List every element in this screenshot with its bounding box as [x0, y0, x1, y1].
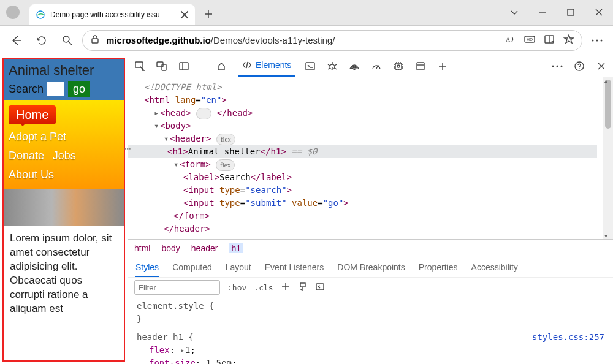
- tab-accessibility[interactable]: Accessibility: [471, 262, 518, 272]
- nav-donate[interactable]: Donate: [9, 150, 44, 162]
- hd-icon[interactable]: HD: [524, 34, 535, 47]
- line-menu-icon[interactable]: ⋯: [124, 140, 131, 156]
- svg-point-25: [579, 68, 579, 69]
- styles-pane[interactable]: element.style { } header h1 {styles.css:…: [128, 297, 613, 364]
- svg-point-8: [592, 39, 594, 41]
- lock-icon: [90, 34, 100, 46]
- tab-styles[interactable]: Styles: [135, 262, 159, 277]
- browser-tab[interactable]: Demo page with accessibility issu: [29, 4, 195, 25]
- tab-dom-breakpoints[interactable]: DOM Breakpoints: [337, 262, 405, 272]
- svg-rect-26: [300, 283, 305, 287]
- svg-rect-3: [92, 39, 98, 43]
- svg-point-23: [561, 65, 563, 67]
- svg-rect-1: [568, 9, 574, 15]
- svg-rect-11: [135, 62, 143, 67]
- tab-properties[interactable]: Properties: [419, 262, 458, 272]
- svg-rect-13: [162, 64, 166, 70]
- refresh-button[interactable]: [31, 29, 53, 51]
- search-label: Search: [9, 83, 44, 96]
- nav-about[interactable]: About Us: [9, 169, 54, 181]
- search-button[interactable]: [56, 29, 78, 51]
- close-tab-icon[interactable]: [180, 10, 189, 19]
- address-bar[interactable]: microsoftedge.github.io/Demos/devtools-a…: [82, 30, 582, 51]
- read-aloud-icon[interactable]: A: [504, 34, 516, 47]
- new-tab-button[interactable]: [199, 4, 218, 24]
- styles-filter-input[interactable]: [134, 280, 220, 295]
- chevron-down-icon[interactable]: [500, 0, 528, 25]
- cls-toggle[interactable]: .cls: [254, 283, 273, 292]
- svg-rect-20: [417, 63, 424, 70]
- close-devtools-icon[interactable]: [595, 59, 608, 73]
- svg-point-9: [596, 39, 598, 41]
- svg-text:HD: HD: [527, 37, 533, 42]
- plus-icon[interactable]: [436, 59, 449, 73]
- svg-point-10: [601, 39, 603, 41]
- svg-point-19: [397, 65, 400, 67]
- tab-event-listeners[interactable]: Event Listeners: [265, 262, 324, 272]
- performance-icon[interactable]: [370, 59, 383, 73]
- svg-point-2: [63, 36, 69, 42]
- selected-dom-node[interactable]: <h1>Animal shelter</h1> == $0: [128, 145, 597, 158]
- svg-point-17: [354, 69, 355, 70]
- favorite-icon[interactable]: [563, 34, 574, 47]
- source-link[interactable]: styles.css:257: [532, 331, 604, 344]
- nav-adopt[interactable]: Adopt a Pet: [9, 131, 66, 143]
- url-text: microsoftedge.github.io/Demos/devtools-a…: [106, 35, 335, 45]
- svg-rect-14: [180, 63, 188, 70]
- page-preview: Animal shelter Search go Home Adopt a Pe…: [2, 58, 125, 362]
- welcome-tab[interactable]: [213, 55, 230, 77]
- memory-icon[interactable]: [392, 59, 405, 73]
- search-input[interactable]: [47, 82, 64, 96]
- svg-point-24: [575, 62, 584, 70]
- inspect-icon[interactable]: [133, 59, 147, 73]
- tab-layout[interactable]: Layout: [226, 262, 251, 272]
- minimize-button[interactable]: [528, 0, 557, 25]
- dom-tree[interactable]: ⋯ <!DOCTYPE html> <html lang="en"> ▸<hea…: [128, 77, 603, 239]
- go-button[interactable]: go: [68, 81, 90, 97]
- tab-computed[interactable]: Computed: [172, 262, 212, 272]
- menu-button[interactable]: [586, 29, 608, 51]
- body-text: Lorem ipsum dolor, sit amet consectetur …: [4, 226, 124, 322]
- help-icon[interactable]: [573, 59, 586, 73]
- nav-jobs[interactable]: Jobs: [53, 150, 76, 162]
- reader-icon[interactable]: [544, 34, 555, 47]
- close-window-button[interactable]: [585, 0, 613, 25]
- application-icon[interactable]: [414, 59, 427, 73]
- more-icon[interactable]: [550, 59, 564, 73]
- hero-image: [4, 189, 124, 226]
- hov-toggle[interactable]: :hov: [227, 283, 246, 292]
- brush-icon[interactable]: [298, 282, 308, 294]
- breadcrumb[interactable]: html body header h1: [128, 239, 613, 257]
- device-icon[interactable]: [155, 59, 169, 73]
- elements-tab[interactable]: Elements: [238, 55, 295, 77]
- tab-title: Demo page with accessibility issu: [50, 10, 175, 19]
- dom-scrollbar[interactable]: ▴▾: [603, 77, 613, 239]
- network-icon[interactable]: [348, 59, 361, 73]
- new-rule-icon[interactable]: [281, 282, 291, 294]
- profile-button[interactable]: [0, 0, 26, 25]
- crumb-header[interactable]: header: [191, 243, 218, 253]
- back-button[interactable]: [5, 29, 27, 51]
- crumb-html[interactable]: html: [134, 243, 150, 253]
- svg-point-22: [557, 65, 558, 67]
- page-title: Animal shelter: [9, 63, 119, 78]
- bug-icon[interactable]: [326, 59, 339, 73]
- nav-home[interactable]: Home: [9, 105, 56, 124]
- maximize-button[interactable]: [557, 0, 585, 25]
- panel-icon[interactable]: [177, 59, 191, 73]
- crumb-h1[interactable]: h1: [229, 243, 243, 253]
- svg-text:A: A: [506, 36, 511, 43]
- edge-icon: [36, 10, 45, 20]
- svg-point-21: [552, 65, 554, 67]
- computed-toggle-icon[interactable]: [315, 282, 325, 294]
- svg-rect-18: [395, 63, 402, 69]
- console-icon[interactable]: [303, 59, 317, 73]
- crumb-body[interactable]: body: [161, 243, 180, 253]
